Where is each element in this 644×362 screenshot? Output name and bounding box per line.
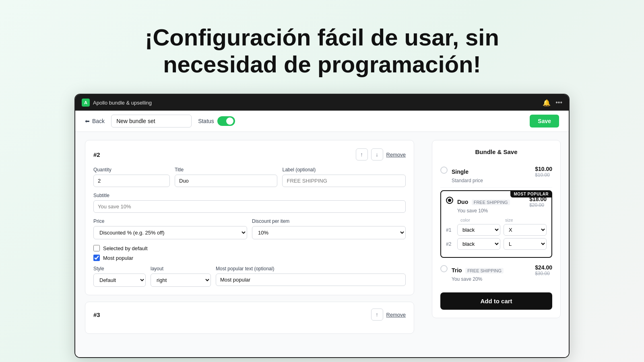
title-input[interactable]: [175, 175, 277, 187]
single-original-price: $10.00: [535, 172, 552, 178]
preview-card: Bundle & Save Single $10.00 $10.00 Stand…: [432, 140, 561, 318]
label-group: Label (optional): [282, 167, 406, 187]
item2-color-select[interactable]: black: [457, 238, 500, 250]
label-input[interactable]: [282, 175, 406, 187]
trio-prices: $24.00 $30.00: [535, 264, 552, 276]
variant-selects: color size #1 black X: [446, 218, 547, 250]
single-subtitle: Standard price: [452, 178, 552, 183]
remove-button-3[interactable]: Remove: [386, 312, 406, 318]
trio-radio[interactable]: [440, 265, 448, 272]
duo-name-row: Duo FREE SHIPPING $18.00 $20.00: [457, 196, 547, 208]
left-panel: #2 ↑ ↓ Remove Quantity Title: [75, 132, 424, 357]
back-icon: ⬅: [85, 118, 90, 124]
item2-size-select[interactable]: L: [504, 238, 547, 250]
add-to-cart-button[interactable]: Add to cart: [440, 292, 552, 310]
qty-title-label-row: Quantity Title Label (optional): [93, 167, 406, 187]
bundle-number-2: #2: [93, 151, 100, 158]
subtitle-input[interactable]: [93, 200, 406, 213]
header-actions-2: ↑ ↓ Remove: [356, 148, 406, 160]
item1-num: #1: [446, 227, 454, 233]
title-field-label: Title: [175, 167, 277, 173]
trio-price: $24.00: [535, 264, 552, 271]
single-radio[interactable]: [440, 167, 448, 174]
most-popular-label: Most popular: [103, 255, 133, 261]
back-button[interactable]: ⬅ Back: [85, 118, 105, 124]
style-group: Style Default: [93, 266, 146, 287]
preview-title: Bundle & Save: [440, 148, 552, 155]
main-content: #2 ↑ ↓ Remove Quantity Title: [75, 132, 569, 357]
title-bar-left: A Apollo bundle & upselling: [82, 99, 152, 107]
style-layout-row: Style Default layout right Most popular …: [93, 266, 406, 287]
quantity-input[interactable]: [93, 175, 170, 187]
item1-color-select[interactable]: black: [457, 224, 500, 236]
subtitle-label: Subtitle: [93, 193, 406, 198]
item-num-col: [446, 218, 457, 222]
popular-text-group: Most popular text (optional): [216, 266, 406, 287]
trio-name-badge: Trio FREE SHIPPING: [452, 267, 504, 274]
layout-label: layout: [151, 266, 211, 272]
subtitle-row: Subtitle: [93, 193, 406, 213]
more-icon[interactable]: •••: [555, 99, 562, 106]
selected-default-row: Selected by default: [93, 245, 406, 251]
selected-default-checkbox[interactable]: [93, 245, 100, 251]
single-info: Single $10.00 $10.00 Standard price: [452, 166, 552, 183]
duo-badge: FREE SHIPPING: [472, 200, 510, 205]
variant-header: color size: [446, 218, 547, 222]
single-price: $10.00: [535, 166, 552, 172]
trio-name-row: Trio FREE SHIPPING $24.00 $30.00: [452, 264, 552, 276]
layout-select[interactable]: right: [151, 274, 211, 287]
bundle-card-2: #2 ↑ ↓ Remove Quantity Title: [85, 140, 414, 295]
move-up-button-3[interactable]: ↑: [371, 309, 383, 321]
quantity-group: Quantity: [93, 167, 170, 187]
trio-option-row[interactable]: Trio FREE SHIPPING $24.00 $30.00 You sav…: [440, 260, 552, 286]
duo-name-badge: Duo FREE SHIPPING: [457, 198, 510, 206]
price-select[interactable]: Discounted % (e.g. 25% off): [93, 226, 247, 239]
trio-subtitle: You save 20%: [452, 276, 552, 282]
discount-select[interactable]: 10%: [252, 226, 406, 239]
discount-group: Discount per item 10%: [252, 218, 406, 239]
popular-text-input[interactable]: [216, 274, 406, 286]
bundle-card-header-3: #3 ↑ Remove: [93, 309, 406, 321]
duo-info: Duo FREE SHIPPING $18.00 $20.00 You save…: [457, 196, 547, 214]
price-label: Price: [93, 218, 247, 224]
duo-option-box[interactable]: MOST POPULAR Duo FREE SHIPPING $18.00: [440, 190, 552, 258]
right-panel: Bundle & Save Single $10.00 $10.00 Stand…: [424, 132, 569, 357]
move-up-button[interactable]: ↑: [356, 148, 368, 160]
header-actions-3: ↑ Remove: [371, 309, 406, 321]
trio-info: Trio FREE SHIPPING $24.00 $30.00 You sav…: [452, 264, 552, 282]
item1-size-select[interactable]: X: [504, 224, 547, 236]
bundle-number-3: #3: [93, 311, 100, 318]
most-popular-badge: MOST POPULAR: [510, 191, 552, 197]
bell-icon[interactable]: 🔔: [543, 99, 551, 107]
title-group: Title: [175, 167, 277, 187]
style-select[interactable]: Default: [93, 274, 146, 287]
color-col-label: color: [460, 218, 502, 222]
subtitle-group: Subtitle: [93, 193, 406, 213]
move-down-button[interactable]: ↓: [371, 148, 383, 160]
bundle-name-input[interactable]: [111, 115, 192, 128]
hero-title: ¡Configuración fácil de usar, sin necesi…: [141, 24, 503, 78]
single-option-row[interactable]: Single $10.00 $10.00 Standard price: [440, 162, 552, 188]
save-button[interactable]: Save: [530, 115, 559, 128]
price-discount-row: Price Discounted % (e.g. 25% off) Discou…: [93, 218, 406, 239]
selected-default-label: Selected by default: [103, 245, 148, 251]
popular-text-label: Most popular text (optional): [216, 266, 406, 272]
title-bar-right: 🔔 •••: [543, 99, 562, 107]
price-group: Price Discounted % (e.g. 25% off): [93, 218, 247, 239]
duo-name: Duo: [457, 199, 468, 205]
bundle-card-3: #3 ↑ Remove: [85, 302, 414, 334]
status-group: Status: [198, 116, 235, 126]
duo-radio[interactable]: [446, 197, 453, 204]
remove-button-2[interactable]: Remove: [386, 152, 406, 158]
quantity-label: Quantity: [93, 167, 170, 173]
status-toggle[interactable]: [217, 116, 235, 126]
most-popular-row: Most popular: [93, 255, 406, 261]
size-col-label: size: [505, 218, 547, 222]
variant-row-1: #1 black X: [446, 224, 547, 236]
label-field-label: Label (optional): [282, 167, 406, 173]
variant-row-2: #2 black L: [446, 238, 547, 250]
most-popular-checkbox[interactable]: [93, 255, 100, 261]
trio-badge: FREE SHIPPING: [465, 268, 504, 274]
duo-main-row: Duo FREE SHIPPING $18.00 $20.00 You save…: [446, 196, 547, 214]
toolbar: ⬅ Back Status Save: [75, 111, 569, 132]
